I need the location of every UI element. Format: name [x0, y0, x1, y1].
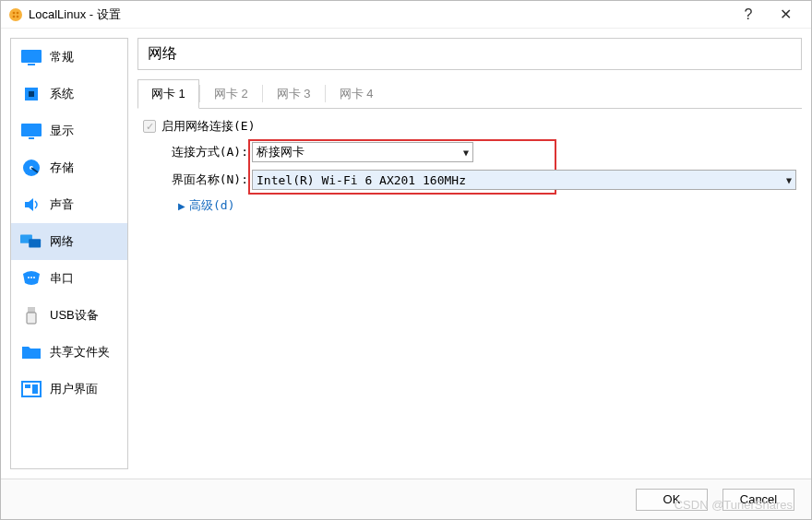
chevron-down-icon: ▼: [463, 148, 469, 158]
sidebar: 常规 系统 显示 存储: [10, 38, 128, 469]
svg-rect-22: [32, 384, 38, 394]
enable-checkbox[interactable]: ✓: [143, 120, 156, 133]
svg-point-4: [17, 15, 19, 18]
page-title: 网络: [137, 38, 802, 70]
speaker-icon: [20, 195, 42, 214]
svg-point-1: [13, 11, 16, 14]
svg-rect-10: [29, 137, 34, 139]
attach-value: 桥接网卡: [257, 144, 304, 160]
tab-nic2[interactable]: 网卡 2: [200, 79, 262, 109]
svg-rect-18: [28, 307, 35, 313]
attach-select[interactable]: 桥接网卡 ▼: [252, 142, 473, 162]
sidebar-item-label: 串口: [50, 270, 74, 287]
iface-row: 界面名称(N): Intel(R) Wi-Fi 6 AX201 160MHz ▼: [163, 170, 796, 190]
svg-point-2: [17, 11, 19, 14]
iface-value: Intel(R) Wi-Fi 6 AX201 160MHz: [257, 173, 466, 187]
svg-point-16: [30, 277, 32, 278]
cancel-button[interactable]: Cancel: [722, 489, 794, 511]
disk-icon: [20, 159, 42, 177]
sidebar-item-label: USB设备: [50, 307, 99, 324]
sidebar-item-system[interactable]: 系统: [11, 76, 127, 112]
sidebar-item-label: 显示: [50, 123, 74, 139]
advanced-label: 高级(d): [189, 197, 234, 214]
svg-rect-21: [25, 384, 30, 388]
window-body: 常规 系统 显示 存储: [1, 29, 811, 479]
enable-row: ✓ 启用网络连接(E): [143, 118, 796, 135]
svg-rect-6: [28, 64, 35, 65]
titlebar: LocalLinux - 设置 ? ✕: [1, 1, 811, 29]
monitor-icon: [20, 48, 42, 66]
display-icon: [20, 122, 42, 140]
advanced-toggle[interactable]: ▶ 高级(d): [178, 197, 234, 214]
close-button[interactable]: ✕: [767, 1, 804, 29]
svg-point-3: [13, 15, 16, 18]
svg-rect-19: [27, 313, 36, 324]
form-area: ✓ 启用网络连接(E) 连接方式(A): 桥接网卡 ▼ 界面名称(N):: [137, 109, 802, 469]
svg-rect-14: [29, 239, 41, 247]
ui-icon: [20, 380, 42, 398]
advanced-row: ▶ 高级(d): [143, 197, 796, 214]
triangle-right-icon: ▶: [178, 201, 185, 211]
svg-point-17: [33, 277, 35, 278]
settings-window: LocalLinux - 设置 ? ✕ 常规 系统: [0, 0, 812, 520]
sidebar-item-shared[interactable]: 共享文件夹: [11, 334, 127, 371]
nic-tabs: 网卡 1 网卡 2 网卡 3 网卡 4: [137, 79, 802, 109]
sidebar-item-label: 共享文件夹: [50, 344, 110, 360]
main-panel: 网络 网卡 1 网卡 2 网卡 3 网卡 4 ✓ 启用网络连接(E): [137, 38, 802, 469]
sidebar-item-usb[interactable]: USB设备: [11, 297, 127, 334]
ok-button[interactable]: OK: [636, 489, 708, 511]
window-title: LocalLinux - 设置: [29, 6, 730, 23]
attach-label: 连接方式(A):: [163, 144, 252, 160]
folder-icon: [20, 343, 42, 361]
enable-label: 启用网络连接(E): [161, 118, 255, 135]
chevron-down-icon: ▼: [786, 175, 792, 185]
chip-icon: [20, 85, 42, 103]
serial-icon: [20, 269, 42, 288]
sidebar-item-general[interactable]: 常规: [11, 39, 127, 76]
usb-icon: [20, 306, 42, 325]
iface-label: 界面名称(N):: [163, 171, 252, 188]
sidebar-item-display[interactable]: 显示: [11, 112, 127, 149]
sidebar-item-label: 常规: [50, 49, 74, 65]
svg-rect-8: [29, 91, 34, 97]
iface-select[interactable]: Intel(R) Wi-Fi 6 AX201 160MHz ▼: [252, 170, 796, 190]
sidebar-item-serial[interactable]: 串口: [11, 260, 127, 297]
sidebar-item-label: 用户界面: [50, 381, 98, 397]
svg-rect-5: [21, 50, 42, 63]
svg-point-0: [9, 8, 22, 21]
network-icon: [20, 232, 42, 251]
tab-nic3[interactable]: 网卡 3: [263, 79, 325, 109]
sidebar-item-ui[interactable]: 用户界面: [11, 371, 127, 408]
sidebar-item-audio[interactable]: 声音: [11, 186, 127, 223]
attach-row: 连接方式(A): 桥接网卡 ▼: [163, 142, 796, 162]
sidebar-item-storage[interactable]: 存储: [11, 149, 127, 186]
sidebar-item-label: 存储: [50, 160, 74, 176]
svg-rect-9: [21, 124, 42, 136]
sidebar-item-network[interactable]: 网络: [11, 223, 127, 260]
svg-point-15: [28, 277, 30, 278]
sidebar-item-label: 声音: [50, 196, 74, 213]
tab-nic4[interactable]: 网卡 4: [326, 79, 388, 109]
app-icon: [8, 7, 23, 22]
sidebar-item-label: 网络: [50, 233, 74, 250]
tab-nic1[interactable]: 网卡 1: [137, 79, 199, 109]
help-button[interactable]: ?: [730, 1, 767, 29]
dialog-footer: OK Cancel CSDN @TunerShares: [1, 479, 811, 519]
sidebar-item-label: 系统: [50, 86, 74, 102]
